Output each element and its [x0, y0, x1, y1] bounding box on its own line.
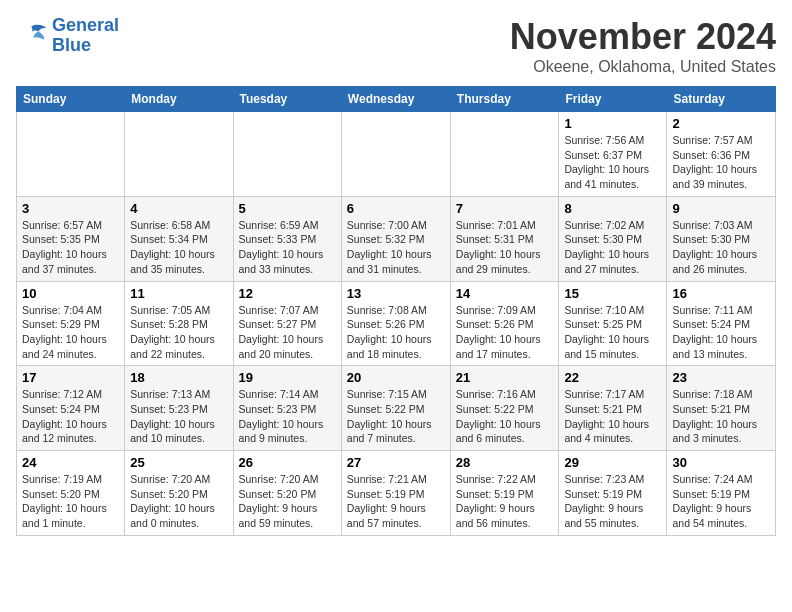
calendar-day-cell: 16Sunrise: 7:11 AM Sunset: 5:24 PM Dayli…: [667, 281, 776, 366]
day-number: 27: [347, 455, 445, 470]
day-detail: Sunrise: 7:02 AM Sunset: 5:30 PM Dayligh…: [564, 218, 661, 277]
calendar-day-cell: 9Sunrise: 7:03 AM Sunset: 5:30 PM Daylig…: [667, 196, 776, 281]
day-number: 28: [456, 455, 554, 470]
calendar-day-cell: 8Sunrise: 7:02 AM Sunset: 5:30 PM Daylig…: [559, 196, 667, 281]
calendar-week-row: 3Sunrise: 6:57 AM Sunset: 5:35 PM Daylig…: [17, 196, 776, 281]
day-number: 15: [564, 286, 661, 301]
day-number: 6: [347, 201, 445, 216]
day-detail: Sunrise: 7:18 AM Sunset: 5:21 PM Dayligh…: [672, 387, 770, 446]
day-detail: Sunrise: 7:07 AM Sunset: 5:27 PM Dayligh…: [239, 303, 336, 362]
day-detail: Sunrise: 7:04 AM Sunset: 5:29 PM Dayligh…: [22, 303, 119, 362]
calendar-day-cell: [125, 112, 233, 197]
day-number: 7: [456, 201, 554, 216]
calendar-week-row: 1Sunrise: 7:56 AM Sunset: 6:37 PM Daylig…: [17, 112, 776, 197]
day-detail: Sunrise: 7:03 AM Sunset: 5:30 PM Dayligh…: [672, 218, 770, 277]
day-number: 26: [239, 455, 336, 470]
day-number: 12: [239, 286, 336, 301]
day-detail: Sunrise: 7:57 AM Sunset: 6:36 PM Dayligh…: [672, 133, 770, 192]
day-number: 1: [564, 116, 661, 131]
day-number: 30: [672, 455, 770, 470]
day-number: 10: [22, 286, 119, 301]
day-number: 5: [239, 201, 336, 216]
calendar-day-cell: 10Sunrise: 7:04 AM Sunset: 5:29 PM Dayli…: [17, 281, 125, 366]
weekday-header-tuesday: Tuesday: [233, 87, 341, 112]
day-number: 22: [564, 370, 661, 385]
weekday-header-sunday: Sunday: [17, 87, 125, 112]
calendar-day-cell: 19Sunrise: 7:14 AM Sunset: 5:23 PM Dayli…: [233, 366, 341, 451]
day-detail: Sunrise: 7:09 AM Sunset: 5:26 PM Dayligh…: [456, 303, 554, 362]
calendar-day-cell: 17Sunrise: 7:12 AM Sunset: 5:24 PM Dayli…: [17, 366, 125, 451]
day-detail: Sunrise: 7:11 AM Sunset: 5:24 PM Dayligh…: [672, 303, 770, 362]
day-detail: Sunrise: 7:21 AM Sunset: 5:19 PM Dayligh…: [347, 472, 445, 531]
day-number: 8: [564, 201, 661, 216]
day-number: 3: [22, 201, 119, 216]
day-number: 17: [22, 370, 119, 385]
calendar-day-cell: 13Sunrise: 7:08 AM Sunset: 5:26 PM Dayli…: [341, 281, 450, 366]
day-detail: Sunrise: 7:10 AM Sunset: 5:25 PM Dayligh…: [564, 303, 661, 362]
calendar-day-cell: 14Sunrise: 7:09 AM Sunset: 5:26 PM Dayli…: [450, 281, 559, 366]
logo: General Blue: [16, 16, 119, 56]
day-detail: Sunrise: 7:08 AM Sunset: 5:26 PM Dayligh…: [347, 303, 445, 362]
weekday-header-thursday: Thursday: [450, 87, 559, 112]
day-number: 11: [130, 286, 227, 301]
calendar-day-cell: [341, 112, 450, 197]
calendar-day-cell: 2Sunrise: 7:57 AM Sunset: 6:36 PM Daylig…: [667, 112, 776, 197]
calendar-day-cell: 28Sunrise: 7:22 AM Sunset: 5:19 PM Dayli…: [450, 451, 559, 536]
day-detail: Sunrise: 7:14 AM Sunset: 5:23 PM Dayligh…: [239, 387, 336, 446]
title-block: November 2024 Okeene, Oklahoma, United S…: [510, 16, 776, 76]
day-detail: Sunrise: 7:00 AM Sunset: 5:32 PM Dayligh…: [347, 218, 445, 277]
day-detail: Sunrise: 7:56 AM Sunset: 6:37 PM Dayligh…: [564, 133, 661, 192]
day-detail: Sunrise: 7:24 AM Sunset: 5:19 PM Dayligh…: [672, 472, 770, 531]
calendar-day-cell: 15Sunrise: 7:10 AM Sunset: 5:25 PM Dayli…: [559, 281, 667, 366]
day-number: 20: [347, 370, 445, 385]
weekday-header-monday: Monday: [125, 87, 233, 112]
day-number: 25: [130, 455, 227, 470]
calendar-day-cell: 30Sunrise: 7:24 AM Sunset: 5:19 PM Dayli…: [667, 451, 776, 536]
weekday-header-wednesday: Wednesday: [341, 87, 450, 112]
day-number: 19: [239, 370, 336, 385]
day-detail: Sunrise: 7:01 AM Sunset: 5:31 PM Dayligh…: [456, 218, 554, 277]
day-detail: Sunrise: 6:57 AM Sunset: 5:35 PM Dayligh…: [22, 218, 119, 277]
calendar-day-cell: 6Sunrise: 7:00 AM Sunset: 5:32 PM Daylig…: [341, 196, 450, 281]
day-number: 24: [22, 455, 119, 470]
calendar-week-row: 17Sunrise: 7:12 AM Sunset: 5:24 PM Dayli…: [17, 366, 776, 451]
calendar-day-cell: 7Sunrise: 7:01 AM Sunset: 5:31 PM Daylig…: [450, 196, 559, 281]
day-number: 4: [130, 201, 227, 216]
day-number: 16: [672, 286, 770, 301]
calendar-day-cell: 12Sunrise: 7:07 AM Sunset: 5:27 PM Dayli…: [233, 281, 341, 366]
day-detail: Sunrise: 7:17 AM Sunset: 5:21 PM Dayligh…: [564, 387, 661, 446]
location-subtitle: Okeene, Oklahoma, United States: [510, 58, 776, 76]
calendar-day-cell: 11Sunrise: 7:05 AM Sunset: 5:28 PM Dayli…: [125, 281, 233, 366]
day-number: 2: [672, 116, 770, 131]
calendar-day-cell: 18Sunrise: 7:13 AM Sunset: 5:23 PM Dayli…: [125, 366, 233, 451]
calendar-table: SundayMondayTuesdayWednesdayThursdayFrid…: [16, 86, 776, 536]
day-detail: Sunrise: 7:22 AM Sunset: 5:19 PM Dayligh…: [456, 472, 554, 531]
day-number: 29: [564, 455, 661, 470]
day-detail: Sunrise: 7:19 AM Sunset: 5:20 PM Dayligh…: [22, 472, 119, 531]
calendar-day-cell: 23Sunrise: 7:18 AM Sunset: 5:21 PM Dayli…: [667, 366, 776, 451]
page-header: General Blue November 2024 Okeene, Oklah…: [16, 16, 776, 76]
calendar-day-cell: 21Sunrise: 7:16 AM Sunset: 5:22 PM Dayli…: [450, 366, 559, 451]
logo-text: General Blue: [52, 16, 119, 56]
calendar-day-cell: 27Sunrise: 7:21 AM Sunset: 5:19 PM Dayli…: [341, 451, 450, 536]
calendar-day-cell: [233, 112, 341, 197]
month-title: November 2024: [510, 16, 776, 58]
calendar-week-row: 24Sunrise: 7:19 AM Sunset: 5:20 PM Dayli…: [17, 451, 776, 536]
day-detail: Sunrise: 7:16 AM Sunset: 5:22 PM Dayligh…: [456, 387, 554, 446]
day-number: 9: [672, 201, 770, 216]
day-detail: Sunrise: 7:13 AM Sunset: 5:23 PM Dayligh…: [130, 387, 227, 446]
calendar-day-cell: 4Sunrise: 6:58 AM Sunset: 5:34 PM Daylig…: [125, 196, 233, 281]
day-number: 18: [130, 370, 227, 385]
day-detail: Sunrise: 6:59 AM Sunset: 5:33 PM Dayligh…: [239, 218, 336, 277]
calendar-day-cell: 1Sunrise: 7:56 AM Sunset: 6:37 PM Daylig…: [559, 112, 667, 197]
day-detail: Sunrise: 7:05 AM Sunset: 5:28 PM Dayligh…: [130, 303, 227, 362]
day-detail: Sunrise: 7:20 AM Sunset: 5:20 PM Dayligh…: [130, 472, 227, 531]
day-detail: Sunrise: 7:12 AM Sunset: 5:24 PM Dayligh…: [22, 387, 119, 446]
day-number: 14: [456, 286, 554, 301]
day-detail: Sunrise: 6:58 AM Sunset: 5:34 PM Dayligh…: [130, 218, 227, 277]
day-number: 13: [347, 286, 445, 301]
day-number: 21: [456, 370, 554, 385]
calendar-day-cell: 3Sunrise: 6:57 AM Sunset: 5:35 PM Daylig…: [17, 196, 125, 281]
calendar-day-cell: 25Sunrise: 7:20 AM Sunset: 5:20 PM Dayli…: [125, 451, 233, 536]
day-detail: Sunrise: 7:15 AM Sunset: 5:22 PM Dayligh…: [347, 387, 445, 446]
